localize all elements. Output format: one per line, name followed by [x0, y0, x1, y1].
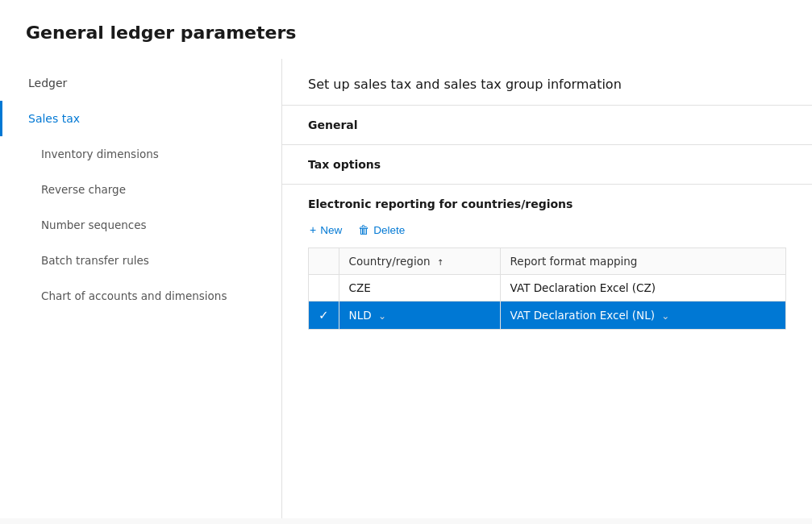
- er-section: Electronic reporting for countries/regio…: [282, 185, 812, 330]
- general-section-title: General: [282, 106, 812, 144]
- content-header: Set up sales tax and sales tax group inf…: [282, 59, 812, 106]
- col-country: Country/region ↑: [339, 248, 500, 275]
- table-row[interactable]: ✓ NLD ⌄ VAT Declaration Excel (NL) ⌄: [309, 302, 786, 330]
- table-header-row: Country/region ↑ Report format mapping: [309, 248, 786, 275]
- country-dropdown-icon[interactable]: ⌄: [378, 310, 386, 322]
- col-check: [309, 248, 339, 275]
- sidebar-item-batch-transfer-rules[interactable]: Batch transfer rules: [0, 243, 281, 278]
- sidebar-item-sales-tax[interactable]: Sales tax: [0, 101, 281, 136]
- row-country-nld[interactable]: NLD ⌄: [339, 302, 500, 330]
- checkmark-icon: ✓: [319, 308, 329, 322]
- row-check-nld[interactable]: ✓: [309, 302, 339, 330]
- sidebar: Ledger Sales tax Inventory dimensions Re…: [0, 59, 282, 518]
- trash-icon: 🗑: [358, 223, 369, 236]
- mapping-dropdown-icon[interactable]: ⌄: [661, 310, 669, 322]
- er-table: Country/region ↑ Report format mapping C…: [308, 247, 786, 330]
- sidebar-item-number-sequences[interactable]: Number sequences: [0, 207, 281, 243]
- row-country-cze[interactable]: CZE: [339, 275, 500, 302]
- col-mapping: Report format mapping: [500, 248, 785, 275]
- er-toolbar: + New 🗑 Delete: [308, 220, 786, 239]
- table-row[interactable]: CZE VAT Declaration Excel (CZ): [309, 275, 786, 302]
- delete-button[interactable]: 🗑 Delete: [356, 220, 406, 239]
- row-mapping-nld[interactable]: VAT Declaration Excel (NL) ⌄: [500, 302, 785, 330]
- tax-options-section: Tax options: [282, 145, 812, 185]
- row-mapping-cze[interactable]: VAT Declaration Excel (CZ): [500, 275, 785, 302]
- sidebar-item-ledger[interactable]: Ledger: [0, 65, 281, 101]
- general-section: General: [282, 106, 812, 145]
- sidebar-item-chart-of-accounts[interactable]: Chart of accounts and dimensions: [0, 278, 281, 314]
- er-section-title: Electronic reporting for countries/regio…: [308, 198, 786, 210]
- row-check-cze[interactable]: [309, 275, 339, 302]
- tax-options-title: Tax options: [282, 145, 812, 184]
- page-title: General ledger parameters: [0, 0, 812, 59]
- sort-icon: ↑: [437, 258, 443, 267]
- plus-icon: +: [310, 223, 316, 236]
- sidebar-item-inventory-dimensions[interactable]: Inventory dimensions: [0, 136, 281, 172]
- sidebar-item-reverse-charge[interactable]: Reverse charge: [0, 172, 281, 207]
- new-button[interactable]: + New: [308, 220, 344, 239]
- main-content: Set up sales tax and sales tax group inf…: [282, 59, 812, 518]
